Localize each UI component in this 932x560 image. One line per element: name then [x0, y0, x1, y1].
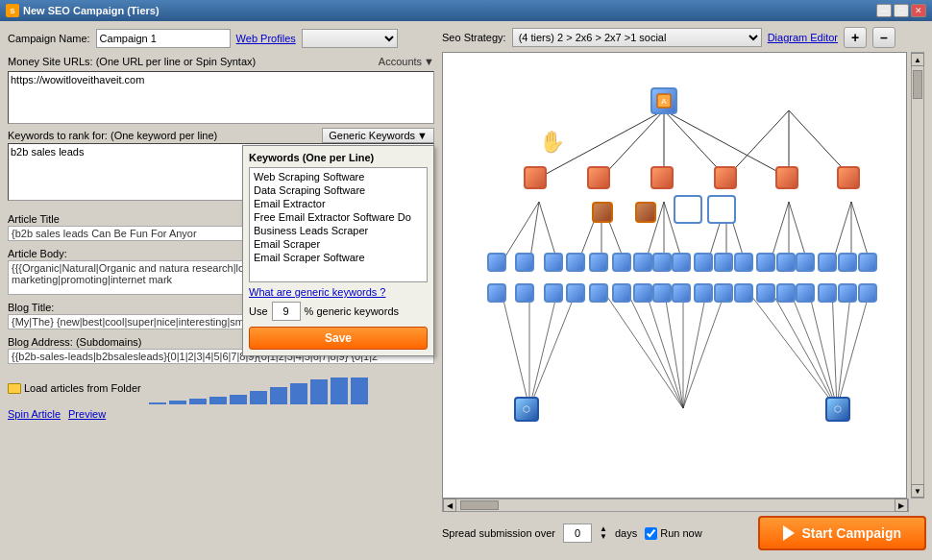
- spin-preview-row: Spin Article Preview: [8, 408, 434, 420]
- zoom-in-button[interactable]: +: [844, 27, 867, 48]
- web-profiles-select[interactable]: [302, 29, 398, 48]
- chart-bar: [230, 395, 247, 404]
- diagram-editor-link[interactable]: Diagram Editor: [768, 32, 838, 43]
- list-item: Free Email Extractor Software Do: [252, 210, 425, 224]
- money-site-textarea[interactable]: https://wowitloveithaveit.com: [8, 71, 434, 124]
- chart-area: [149, 376, 368, 404]
- t3n9: [672, 253, 691, 272]
- t3b5: [589, 283, 608, 303]
- minimize-button[interactable]: –: [876, 4, 892, 17]
- t3b13: [756, 283, 775, 303]
- t3n3: [544, 253, 563, 272]
- app-icon: S: [6, 4, 19, 17]
- run-now-label: Run now: [660, 527, 701, 539]
- t3n5: [589, 253, 608, 272]
- chart-bar: [169, 401, 186, 404]
- diagram-node-small3: [674, 195, 702, 224]
- t2n4: [714, 166, 737, 189]
- list-item: Email Scraper: [252, 237, 425, 251]
- money-site-label: Money Site URLs: (One URL per line or Sp…: [8, 56, 256, 67]
- t4n1: ⬡: [514, 397, 539, 422]
- spin-article-link[interactable]: Spin Article: [8, 408, 61, 420]
- use-label: Use: [249, 305, 268, 317]
- use-row: Use % generic keywords: [249, 302, 428, 321]
- diagram-canvas[interactable]: ✋ A: [442, 52, 907, 499]
- t3b14: [776, 283, 796, 303]
- diagram-wrapper: ✋ A: [442, 52, 926, 499]
- chart-bar: [270, 387, 287, 404]
- diagram-node-small4: [707, 195, 736, 224]
- seo-strategy-select[interactable]: (4 tiers) 2 > 2x6 > 2x7 >1 social: [512, 28, 762, 47]
- t3n1: [487, 253, 506, 272]
- start-campaign-button[interactable]: Start Campaign: [758, 516, 926, 550]
- days-input[interactable]: [563, 523, 592, 543]
- diagram-node-small2: [635, 202, 656, 223]
- use-percent-input[interactable]: [272, 302, 301, 321]
- t2n3: [650, 166, 674, 189]
- t3b18: [858, 283, 877, 303]
- svg-line-43: [837, 288, 871, 408]
- bottom-controls: Spread submission over ▲▼ days Run now S…: [442, 512, 926, 554]
- what-are-generic-link[interactable]: What are generic keywords ?: [249, 286, 428, 298]
- t3b11: [714, 283, 733, 303]
- chart-bar: [310, 379, 328, 404]
- t3b7: [633, 283, 652, 303]
- t3n17: [838, 253, 857, 272]
- t3n8: [652, 253, 672, 272]
- scrollbar-thumb[interactable]: [913, 70, 922, 99]
- close-button[interactable]: ✕: [911, 4, 926, 17]
- campaign-name-input[interactable]: [96, 29, 231, 48]
- horizontal-scrollbar[interactable]: ◀ ▶: [442, 499, 909, 512]
- svg-line-42: [837, 288, 851, 408]
- days-spinner[interactable]: ▲▼: [600, 525, 607, 541]
- t3b2: [515, 283, 534, 303]
- scroll-left-arrow[interactable]: ◀: [443, 499, 456, 512]
- spread-label: Spread submission over: [442, 527, 555, 539]
- t3n16: [818, 253, 837, 272]
- svg-line-36: [683, 288, 726, 408]
- maximize-button[interactable]: □: [894, 4, 909, 17]
- load-folder-button[interactable]: Load articles from Folder: [8, 382, 141, 394]
- vertical-scrollbar[interactable]: ▲ ▼: [911, 52, 924, 499]
- preview-link[interactable]: Preview: [68, 408, 106, 420]
- t3n4: [566, 253, 585, 272]
- svg-line-38: [770, 288, 837, 408]
- save-button[interactable]: Save: [249, 327, 428, 350]
- svg-line-33: [664, 288, 683, 408]
- svg-text:A: A: [661, 97, 667, 106]
- window-title: New SEO Campaign (Tiers): [23, 5, 159, 16]
- chart-bar: [149, 402, 166, 404]
- h-scrollbar-thumb[interactable]: [460, 500, 499, 510]
- svg-line-32: [645, 288, 683, 408]
- generic-keywords-popup: Keywords (One per Line) Web Scraping Sof…: [242, 145, 434, 356]
- left-panel: Campaign Name: Web Profiles Money Site U…: [0, 21, 442, 560]
- svg-line-29: [529, 288, 577, 408]
- generic-keywords-button[interactable]: Generic Keywords ▼: [322, 128, 434, 143]
- t3n18: [858, 253, 877, 272]
- keywords-label: Keywords to rank for: (One keyword per l…: [8, 130, 217, 141]
- run-now-checkbox[interactable]: [645, 527, 657, 540]
- t2n2: [587, 166, 610, 189]
- percent-label: % generic keywords: [305, 305, 399, 317]
- scroll-right-arrow[interactable]: ▶: [895, 499, 908, 512]
- web-profiles-link[interactable]: Web Profiles: [236, 33, 296, 44]
- t3n11: [714, 253, 733, 272]
- hand-cursor-icon: ✋: [539, 130, 565, 155]
- t3n12: [734, 253, 753, 272]
- diagram-node-tier1: A: [650, 87, 677, 114]
- scroll-down-arrow[interactable]: ▼: [911, 484, 924, 498]
- accounts-button[interactable]: Accounts ▼: [379, 56, 434, 67]
- popup-title: Keywords (One per Line): [249, 152, 428, 163]
- keywords-list[interactable]: Web Scraping Software Data Scraping Soft…: [249, 167, 428, 282]
- scroll-up-arrow[interactable]: ▲: [911, 53, 924, 66]
- bottom-row: Load articles from Folder: [8, 372, 434, 404]
- svg-line-41: [832, 288, 837, 408]
- t3n10: [694, 253, 713, 272]
- zoom-out-button[interactable]: –: [872, 27, 895, 48]
- t3b9: [672, 283, 691, 303]
- chart-bar: [250, 391, 267, 404]
- play-icon: [783, 525, 795, 541]
- t3b4: [566, 283, 585, 303]
- run-now-checkbox-row[interactable]: Run now: [645, 527, 701, 540]
- t4n2: ⬡: [825, 397, 850, 422]
